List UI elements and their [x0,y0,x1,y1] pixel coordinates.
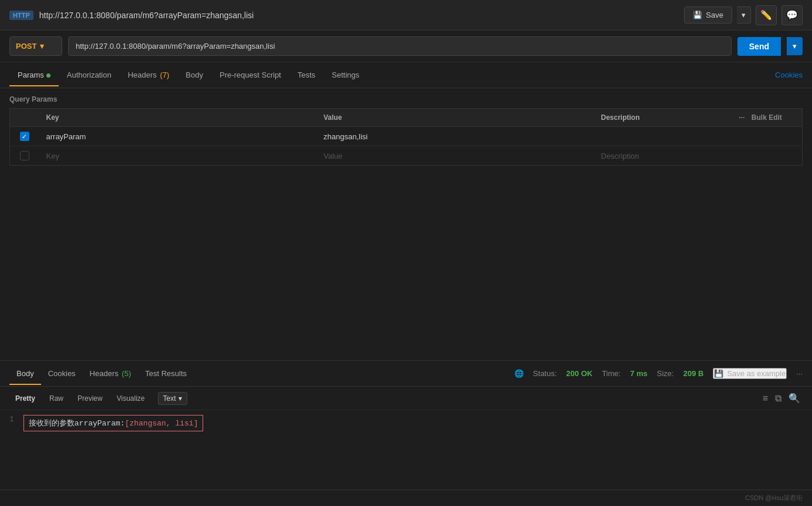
format-tab-raw[interactable]: Raw [43,392,69,405]
method-selector[interactable]: POST ▾ [9,36,62,56]
tab-settings[interactable]: Settings [324,63,368,86]
send-caret-button[interactable]: ▾ [787,37,803,55]
method-label: POST [16,42,36,51]
edit-icon: ✏️ [760,9,772,21]
row2-desc-placeholder: Description [601,152,639,160]
params-dot [46,73,50,78]
code-text-prefix: 接收到的参数arrayParam: [29,419,125,428]
tab-authorization[interactable]: Authorization [59,63,120,86]
content-area: Query Params Key Value Description ··· B… [0,88,812,490]
response-tabs-row: Body Cookies Headers (5) Test Results 🌐 … [0,361,812,387]
col-key-header: Key [39,109,317,127]
tab-prerequest-label: Pre-request Script [220,71,281,79]
save-caret-button[interactable]: ▾ [737,6,751,24]
col-check-header [10,109,39,127]
tab-headers-label: Headers [128,71,159,79]
format-selector-caret: ▾ [178,394,182,403]
col-value-header: Value [316,109,594,127]
tab-body-label: Body [186,71,203,79]
response-status-area: 🌐 Status: 200 OK Time: 7 ms Size: 209 B … [194,368,803,379]
row1-key-value: arrayParam [46,132,86,141]
tab-headers[interactable]: Headers (7) [120,63,178,86]
tab-settings-label: Settings [332,71,359,79]
response-tab-headers-label: Headers [90,369,121,378]
tab-params[interactable]: Params [9,63,59,86]
row1-value-value: zhangsan,lisi [324,132,368,141]
tab-tests[interactable]: Tests [289,63,324,86]
middle-spacer [0,166,812,360]
copy-icon: ⧉ [775,393,781,404]
size-value: 209 B [683,369,704,378]
row2-desc-cell[interactable]: Description [594,146,732,166]
tab-body[interactable]: Body [177,63,211,86]
response-tab-test-results[interactable]: Test Results [138,362,194,385]
format-tab-preview[interactable]: Preview [72,392,109,405]
save-label: Save [706,11,723,19]
response-format-bar: Pretty Raw Preview Visualize Text ▾ ≡ ⧉ [0,387,812,410]
tab-prerequest[interactable]: Pre-request Script [211,63,289,86]
title-url: http://127.0.0.1:8080/param/m6?arrayPara… [39,11,254,20]
save-example-label: Save as example [727,369,786,378]
bulk-edit-button[interactable]: Bulk Edit [752,113,782,122]
col-desc-header: Description [594,109,732,127]
more-button[interactable]: ··· [739,113,745,122]
code-box: 接收到的参数arrayParam:[zhangsan, lisi] [23,415,204,431]
wrap-icon: ≡ [763,393,768,404]
response-section: Body Cookies Headers (5) Test Results 🌐 … [0,360,812,490]
save-icon-small: 💾 [714,369,723,378]
row2-key-cell[interactable]: Key [39,146,317,166]
tab-authorization-label: Authorization [67,71,112,79]
params-table: Key Value Description ··· Bulk Edit [9,108,803,166]
tab-cookies[interactable]: Cookies [775,71,803,79]
method-caret: ▾ [40,42,44,51]
url-input[interactable] [68,36,732,56]
http-badge: HTTP [9,11,33,20]
search-response-button[interactable]: 🔍 [786,390,803,406]
format-tab-visualize[interactable]: Visualize [111,392,151,405]
row2-value-cell[interactable]: Value [316,146,594,166]
response-tab-body[interactable]: Body [9,362,41,385]
size-label: Size: [657,369,674,378]
status-value: 200 OK [566,369,592,378]
headers-badge: (7) [160,71,169,79]
row1-actions-cell [732,127,803,146]
tab-tests-label: Tests [298,71,315,79]
format-tab-pretty[interactable]: Pretty [9,392,41,405]
row1-check-cell [10,127,39,146]
query-params-section: Query Params Key Value Description ··· B… [0,88,812,166]
title-left: HTTP http://127.0.0.1:8080/param/m6?arra… [9,11,254,20]
response-tab-cookies[interactable]: Cookies [41,362,83,385]
row1-checkbox[interactable] [20,132,29,141]
footer-credit: CSDN @Hsu深君珩 [745,494,803,502]
save-button[interactable]: 💾 Save [684,6,732,24]
save-icon: 💾 [693,11,702,19]
response-content: 1 接收到的参数arrayParam:[zhangsan, lisi] [0,410,812,490]
params-header-row: Key Value Description ··· Bulk Edit [10,109,803,127]
time-label: Time: [602,369,621,378]
copy-button[interactable]: ⧉ [773,391,784,406]
row1-desc-cell [594,127,732,146]
response-tab-headers[interactable]: Headers (5) [83,362,139,385]
response-tab-test-results-label: Test Results [145,369,187,378]
query-params-title: Query Params [9,95,803,103]
more-options-button[interactable]: ··· [796,369,803,378]
send-button[interactable]: Send [737,37,781,56]
row1-key-cell: arrayParam [39,127,317,146]
comment-button[interactable]: 💬 [781,5,803,25]
row2-key-placeholder: Key [46,152,59,160]
edit-button[interactable]: ✏️ [756,5,777,25]
row2-checkbox[interactable] [20,151,29,160]
row1-value-cell: zhangsan,lisi [316,127,594,146]
code-text-highlight: [zhangsan, lisi] [125,419,198,428]
format-selector-value: Text [163,394,176,403]
title-bar: HTTP http://127.0.0.1:8080/param/m6?arra… [0,0,812,31]
row2-actions-cell [732,146,803,166]
wrap-button[interactable]: ≡ [760,391,770,406]
save-example-button[interactable]: 💾 Save as example [713,368,787,379]
tab-params-label: Params [18,71,44,79]
footer: CSDN @Hsu深君珩 [0,490,812,506]
tabs-row: Params Authorization Headers (7) Body Pr… [0,62,812,88]
format-selector[interactable]: Text ▾ [158,392,187,405]
status-label: Status: [533,369,557,378]
comment-icon: 💬 [786,9,798,21]
